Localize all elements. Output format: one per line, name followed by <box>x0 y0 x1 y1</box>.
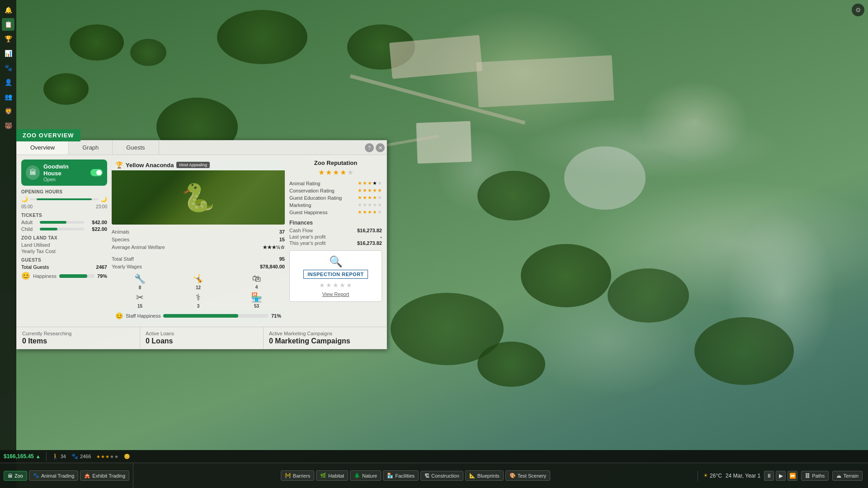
taskbar-center: 🚧 Barriers 🌿 Habitat 🌲 Nature 🏪 Faciliti… <box>133 470 698 481</box>
taskbar-construction-btn[interactable]: 🏗 Construction <box>420 471 463 481</box>
zoo-rating-stars: ★ ★ ★ ★ ★ <box>96 454 118 459</box>
yearly-wages-value: $78,840.00 <box>260 264 285 269</box>
zoo-rating-status: ★ ★ ★ ★ ★ <box>96 454 118 459</box>
sidebar-icon-notifications[interactable]: 🔔 <box>2 4 14 16</box>
left-column: 🏛 Goodwin House Open OPENING HOURS 🌙 🌙 0… <box>21 160 107 321</box>
insp-star-4: ★ <box>340 282 345 289</box>
finances-title: Finances <box>289 220 382 226</box>
hours-slider[interactable] <box>30 198 99 200</box>
star-3: ★ <box>333 168 339 177</box>
taskbar-blueprints-btn[interactable]: 📐 Blueprints <box>465 470 504 481</box>
staff-happiness-pct: 71% <box>271 313 281 319</box>
adult-ticket-row: Adult $42.00 <box>21 220 107 225</box>
conservation-rating-label: Conservation Rating <box>289 188 356 193</box>
speed-controls: ⏸ ▶ ⏩ <box>764 471 797 481</box>
taskbar-habitat-btn[interactable]: 🌿 Habitat <box>316 470 348 481</box>
barriers-label: Barriers <box>293 473 311 479</box>
zoo-open-toggle[interactable] <box>90 169 103 176</box>
time-range: 05:00 23:00 <box>21 204 107 209</box>
conservation-rating-row: Conservation Rating ★ ★ ★ ★ ★ <box>289 188 382 193</box>
keepers-icon: 🤸 <box>193 273 204 284</box>
staff-cell-vendors: 🛍 4 <box>228 273 285 290</box>
view-report-button[interactable]: View Report <box>294 291 377 297</box>
guest-happiness-bar <box>59 274 94 278</box>
inspection-stars: ★ ★ ★ ★ ★ <box>294 282 377 289</box>
animal-rating-stars: ★ ★ ★ ★ ★ <box>358 180 382 186</box>
left-sidebar: 🔔 📋 🏆 📊 🐾 👤 👥 🦁 🐻 <box>0 0 16 488</box>
staff-happy-icon: 😊 <box>115 312 123 319</box>
settings-icon[interactable]: ⚙ <box>852 4 864 16</box>
most-appealing-badge: Most Appealing <box>176 162 210 168</box>
this-year-profit-row: This year's profit $16,273.82 <box>289 240 382 246</box>
insp-star-5: ★ <box>346 282 352 289</box>
taskbar-test-scenery-btn[interactable]: 🎨 Test Scenery <box>505 470 551 481</box>
habitat-label: Habitat <box>328 473 344 479</box>
groundskeepers-icon: ✂ <box>136 292 144 303</box>
tab-graph[interactable]: Graph <box>69 141 113 155</box>
mechanics-count: 8 <box>139 285 142 290</box>
staff-happiness-bar <box>163 314 269 318</box>
temperature-value: 26°C <box>710 473 722 479</box>
barriers-icon: 🚧 <box>285 473 291 479</box>
taskbar-animal-trading-btn[interactable]: 🐾 Animal Trading <box>29 470 78 481</box>
zoo-taskbar-label: Zoo <box>14 473 23 479</box>
active-campaigns-section[interactable]: Active Marketing Campaigns 0 Marketing C… <box>264 327 387 349</box>
guest-happy-icon: 😊 <box>21 272 30 280</box>
active-campaigns-label: Active Marketing Campaigns <box>269 331 381 336</box>
sidebar-icon-research[interactable]: 📊 <box>2 47 14 60</box>
play-button[interactable]: ▶ <box>776 471 786 481</box>
vets-icon: ⚕ <box>196 292 201 303</box>
pause-button[interactable]: ⏸ <box>764 471 774 481</box>
help-button[interactable]: ? <box>365 143 374 152</box>
taskbar-zoo-btn[interactable]: 🏛 Zoo <box>4 471 27 481</box>
close-button[interactable]: ✕ <box>376 143 385 152</box>
adult-slider[interactable] <box>40 221 84 224</box>
sidebar-icon-staff[interactable]: 👤 <box>2 76 14 89</box>
money-change-icon: ▲ <box>36 454 41 459</box>
bottom-taskbar: 🏛 Zoo 🐾 Animal Trading 🎪 Exhibit Trading… <box>0 463 868 488</box>
sidebar-icon-finances[interactable]: 🏆 <box>2 33 14 45</box>
zoo-overview-panel: Overview Graph Guests ? ✕ 🏛 Goodwin Hous… <box>16 140 387 349</box>
sidebar-icon-settings[interactable]: 🐻 <box>2 119 14 132</box>
education-rating-stars: ★ ★ ★ ★ ★ <box>358 195 382 201</box>
child-slider[interactable] <box>40 228 84 230</box>
taskbar-terrain-btn[interactable]: ⛰ Terrain <box>832 471 863 481</box>
child-ticket-row: Child $22.00 <box>21 226 107 232</box>
animal-rating-label: Animal Rating <box>289 181 356 186</box>
fast-forward-button[interactable]: ⏩ <box>788 471 797 481</box>
taskbar-nature-btn[interactable]: 🌲 Nature <box>350 470 381 481</box>
currently-researching-section[interactable]: Currently Researching 0 Items <box>17 327 140 349</box>
right-column: Zoo Reputation ★ ★ ★ ★ ★ Animal Rating ★… <box>289 160 382 321</box>
sidebar-icon-animals[interactable]: 🐾 <box>2 61 14 74</box>
land-utilised-row: Land Utilised <box>21 242 107 248</box>
adult-price: $42.00 <box>87 220 107 225</box>
tab-guests[interactable]: Guests <box>113 141 159 155</box>
total-staff-row: Total Staff 95 <box>112 255 285 263</box>
taskbar-barriers-btn[interactable]: 🚧 Barriers <box>281 470 315 481</box>
animal-image <box>112 170 285 225</box>
sidebar-icon-facilities[interactable]: 🦁 <box>2 105 14 117</box>
active-loans-section[interactable]: Active Loans 0 Loans <box>140 327 264 349</box>
sidebar-icon-guests[interactable]: 👥 <box>2 90 14 103</box>
staff-grid: 🔧 8 🤸 12 🛍 4 ✂ 15 ⚕ 3 <box>112 273 285 309</box>
taskbar-facilities-btn[interactable]: 🏪 Facilities <box>383 470 419 481</box>
guests-status: 🚶 34 <box>52 453 66 460</box>
sidebar-icon-overview[interactable]: 📋 <box>2 18 14 31</box>
bottom-info-bar: Currently Researching 0 Items Active Loa… <box>17 327 387 349</box>
land-utilised-label: Land Utilised <box>21 242 50 248</box>
taskbar-paths-btn[interactable]: 🛤 Paths <box>801 471 829 481</box>
zoo-icon: 🏛 <box>26 165 40 180</box>
insp-star-1: ★ <box>319 282 325 289</box>
taskbar-exhibit-trading-btn[interactable]: 🎪 Exhibit Trading <box>80 470 129 481</box>
tickets-label: TICKETS <box>21 213 107 218</box>
population-status: 🐾 2466 <box>71 453 91 460</box>
marketing-rating-label: Marketing <box>289 202 356 208</box>
cash-flow-row: Cash Flow $16,273.82 <box>289 228 382 233</box>
animal-trading-label: Animal Trading <box>41 473 74 479</box>
zoo-reputation-title: Zoo Reputation <box>289 160 382 166</box>
tab-overview[interactable]: Overview <box>17 141 69 155</box>
opening-hours-control: 🌙 🌙 <box>21 196 107 202</box>
star-5: ★ <box>347 168 354 177</box>
zoo-name: Goodwin House <box>43 163 87 177</box>
star-4: ★ <box>340 168 346 177</box>
